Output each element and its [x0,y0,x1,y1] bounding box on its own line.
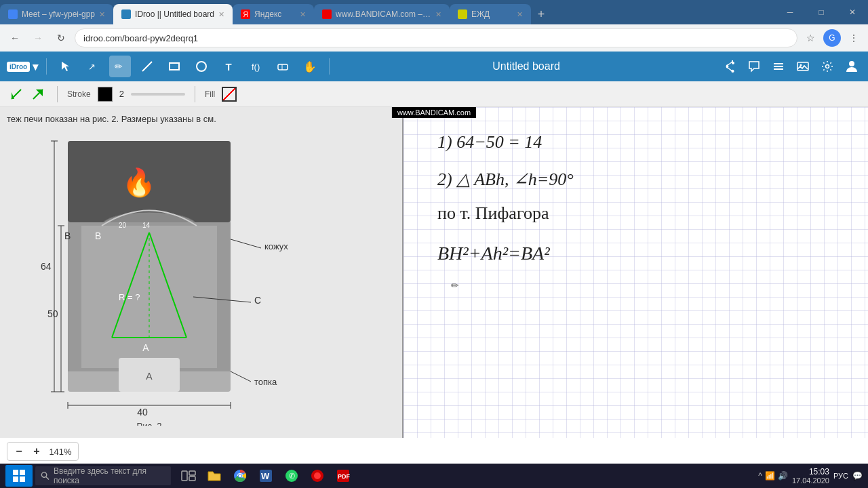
arrow-up-right[interactable] [28,85,47,104]
back-button[interactable]: ← [5,28,24,47]
tab-favicon-3: Я [241,9,250,19]
svg-text:✏: ✏ [115,61,123,72]
right-panel[interactable]: 1) 64−50 = 14 2) △ ABh, ∠h=90° по т. Пиф… [403,107,868,438]
comment-icon[interactable] [745,57,764,76]
tab-label-1: Meet – yfw-ypei-gpp [22,9,95,19]
arrow-tools [7,85,47,104]
close-button[interactable]: ✕ [837,0,868,24]
forward-button[interactable]: → [28,28,47,47]
stroke-color-swatch[interactable] [98,87,113,102]
taskbar-time[interactable]: 15:03 17.04.2020 [792,467,829,485]
user-icon[interactable] [842,57,861,76]
address-bar: ← → ↻ idroo.com/board-pyw2deqrq1 ☆ G ⋮ [0,24,868,52]
eraser-tool[interactable] [272,56,294,77]
board-title[interactable]: Untitled board [338,60,715,73]
record-icon [310,468,325,483]
arrow-down-left[interactable] [7,85,26,104]
svg-rect-61 [13,470,18,475]
rectangle-tool[interactable] [163,56,185,77]
system-tray-expand[interactable]: ^ [758,471,762,481]
settings-icon[interactable] [818,57,837,76]
logo-dropdown-icon[interactable]: ▾ [33,60,38,73]
address-input[interactable]: idroo.com/board-pyw2deqrq1 [75,28,797,47]
bandicam-watermark: www.BANDICAM.com [392,107,476,118]
start-button[interactable] [5,465,33,487]
line-tool[interactable] [136,56,158,77]
tab-close-3[interactable]: ✕ [300,10,306,19]
word-button[interactable]: W [254,465,278,487]
tab-close-1[interactable]: ✕ [99,10,105,19]
move-tool[interactable]: ↗ [82,56,104,77]
svg-text:R = ?: R = ? [119,292,140,302]
svg-point-14 [849,61,854,66]
svg-text:🔥: 🔥 [122,166,156,199]
fill-color-swatch[interactable] [222,87,237,102]
hand-tool[interactable]: ✋ [299,56,321,77]
svg-text:14: 14 [142,222,151,229]
share-icon[interactable] [720,57,739,76]
profile-icon[interactable]: G [823,29,841,47]
windows-icon [12,469,26,483]
svg-rect-11 [797,62,808,70]
svg-text:1)  64−50 = 14: 1) 64−50 = 14 [437,132,542,152]
svg-rect-8 [774,63,783,64]
task-view-button[interactable] [176,465,201,487]
function-tool[interactable]: f() [245,56,267,77]
ellipse-tool[interactable] [191,56,212,77]
window-controls: ─ □ ✕ [774,0,868,24]
cursor-tool[interactable] [55,56,77,77]
refresh-button[interactable]: ↻ [52,28,71,47]
zoom-out-button[interactable]: − [12,444,26,459]
whatsapp-button[interactable]: ✆ [279,465,304,487]
pdf-button[interactable]: PDF [331,465,355,487]
tab-favicon-4 [322,9,332,19]
search-icon [41,471,50,481]
svg-text:A: A [146,371,153,382]
list-icon[interactable] [769,57,788,76]
svg-text:W: W [261,471,270,481]
chrome-button[interactable] [228,465,252,487]
language-indicator[interactable]: РУС [833,472,848,480]
network-icon[interactable]: 📶 [765,471,775,481]
tab-5[interactable]: ЕЖД ✕ [450,4,531,24]
svg-rect-63 [13,476,18,482]
svg-point-79 [314,472,321,479]
file-explorer-button[interactable] [202,465,226,487]
taskbar-system-icons: ^ 📶 🔊 [758,471,788,481]
volume-icon[interactable]: 🔊 [778,471,788,481]
whatsapp-icon: ✆ [284,468,299,483]
new-tab-button[interactable]: + [531,4,551,24]
bookmark-icon[interactable]: ☆ [802,29,819,47]
tab-close-2[interactable]: ✕ [218,10,224,19]
tab-close-4[interactable]: ✕ [435,10,441,19]
tab-close-5[interactable]: ✕ [517,10,523,19]
tab-3[interactable]: Я Яндекс ✕ [233,4,314,24]
left-panel: теж печи показан на рис. 2. Размеры указ… [0,107,403,438]
svg-text:B: B [64,230,71,241]
zoom-in-button[interactable]: + [29,444,44,459]
stroke-label: Stroke [67,89,91,99]
record-button[interactable] [305,465,330,487]
tab-label-5: ЕЖД [471,9,513,19]
pen-tool[interactable]: ✏ [109,56,131,77]
rectangle-icon [168,60,180,73]
maximize-button[interactable]: □ [806,0,837,24]
image-icon[interactable] [793,57,812,76]
hand-tool-icon: ✋ [303,60,317,73]
svg-text:топка: топка [254,377,277,387]
tab-4[interactable]: www.BANDICAM.com – YouTub... ✕ [314,4,450,24]
svg-rect-62 [20,470,25,475]
toolbar-separator-2 [329,58,330,75]
tab-2[interactable]: IDroo || Untitled board ✕ [113,4,233,24]
svg-text:✆: ✆ [289,472,295,480]
main-canvas: www.BANDICAM.com теж печи показан на рис… [0,107,868,438]
extensions-icon[interactable]: ⋮ [845,29,863,47]
idroo-logo[interactable]: iDroo ▾ [7,60,38,73]
notification-icon[interactable]: 💬 [852,471,863,481]
text-tool[interactable]: T [218,56,239,77]
taskbar-search[interactable]: Введите здесь текст для поиска [35,466,171,485]
stroke-width-slider[interactable] [131,93,185,96]
eraser-icon [277,60,289,73]
minimize-button[interactable]: ─ [774,0,806,24]
tab-1[interactable]: Meet – yfw-ypei-gpp ✕ [0,4,113,24]
